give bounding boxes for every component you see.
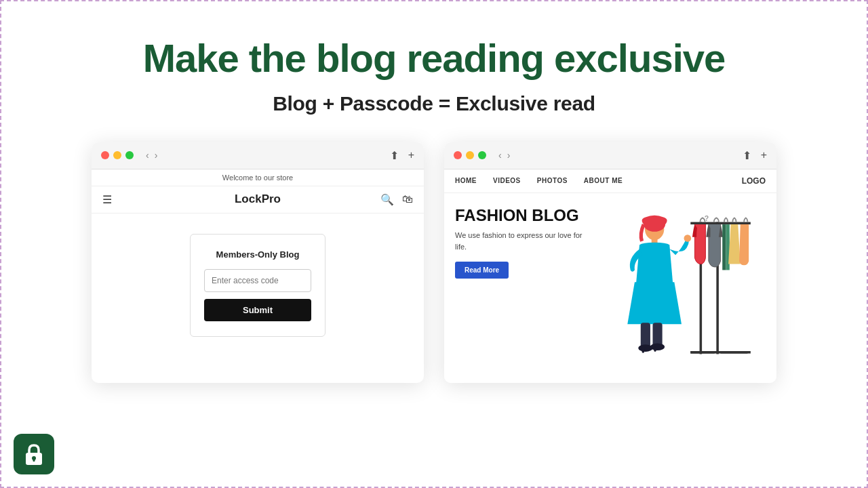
right-tl-red [454,151,462,159]
svg-rect-9 [654,347,656,352]
nav-videos[interactable]: VIDEOS [493,177,521,184]
left-tl-yellow [113,151,121,159]
svg-rect-19 [33,458,35,462]
left-forward-arrow[interactable]: › [153,150,159,161]
svg-rect-4 [641,323,650,346]
left-browser-toolbar: ‹ › ⬆ + [92,142,424,169]
main-title: Make the blog reading exclusive [1,37,867,80]
left-browser-window: ‹ › ⬆ + Welcome to our store ☰ LockPro 🔍… [92,142,424,383]
right-browser-content: HOME VIDEOS PHOTOS ABOUT ME LOGO FASHION… [444,169,776,383]
left-back-arrow[interactable]: ‹ [144,150,151,161]
svg-rect-8 [642,348,645,352]
menu-icon[interactable]: ☰ [102,193,112,206]
nav-photos[interactable]: PHOTOS [537,177,568,184]
shop-nav-right: 🔍 🛍 [380,193,413,206]
nav-home[interactable]: HOME [455,177,477,184]
svg-text:?: ? [705,214,709,222]
svg-point-7 [650,343,665,350]
right-tl-yellow [466,151,474,159]
left-share-icon[interactable]: ⬆ [390,149,399,162]
cart-icon[interactable]: 🛍 [402,193,413,205]
svg-rect-14 [690,351,714,354]
right-toolbar-icons: ⬆ + [743,149,767,162]
members-content: Members-Only Blog Submit [92,214,424,357]
fashion-text-col: FASHION BLOG We use fashion to express o… [455,207,591,279]
header-section: Make the blog reading exclusive Blog + P… [1,1,867,136]
right-traffic-lights [454,151,486,159]
lock-icon-svg [22,442,46,466]
right-forward-arrow[interactable]: › [506,150,512,161]
svg-point-3 [684,235,692,242]
left-toolbar-icons: ⬆ + [390,149,414,162]
shop-logo: LockPro [235,192,281,206]
members-card-title: Members-Only Blog [204,249,311,260]
left-tl-green [125,151,134,159]
fashion-content: FASHION BLOG We use fashion to express o… [444,193,776,383]
right-browser-toolbar: ‹ › ⬆ + [444,142,776,169]
store-announcement: Welcome to our store [92,169,424,186]
right-share-icon[interactable]: ⬆ [743,149,751,162]
svg-rect-15 [721,351,748,354]
right-back-arrow[interactable]: ‹ [497,150,503,161]
fashion-nav-logo: LOGO [742,176,766,186]
fashion-blog-title: FASHION BLOG [455,207,591,224]
left-nav-arrows: ‹ › [144,150,159,161]
search-icon[interactable]: 🔍 [380,193,394,206]
access-code-input[interactable] [204,269,311,292]
subtitle: Blog + Passcode = Exclusive read [1,92,867,115]
left-add-icon[interactable]: + [408,149,414,161]
read-more-button[interactable]: Read More [455,262,509,279]
svg-point-6 [638,344,652,352]
app-logo-corner [14,434,54,474]
members-card: Members-Only Blog Submit [190,234,326,337]
left-traffic-lights [101,151,134,159]
left-browser-content: Welcome to our store ☰ LockPro 🔍 🛍 Membe… [92,169,424,357]
right-nav-arrows: ‹ › [497,150,511,161]
fashion-blog-description: We use fashion to express our love for l… [455,230,591,252]
left-tl-red [101,151,109,159]
right-browser-window: ‹ › ⬆ + HOME VIDEOS PHOTOS ABOUT ME LOGO… [444,142,776,383]
right-tl-green [478,151,486,159]
fashion-nav: HOME VIDEOS PHOTOS ABOUT ME LOGO [444,169,776,193]
right-add-icon[interactable]: + [761,149,767,161]
shop-nav-wrapper: ☰ LockPro 🔍 🛍 [92,186,424,214]
mockups-container: ‹ › ⬆ + Welcome to our store ☰ LockPro 🔍… [1,142,867,383]
submit-button[interactable]: Submit [204,299,311,321]
fashion-illustration: ? [597,207,766,369]
fashion-illustration-svg: ? [597,207,766,369]
svg-rect-11 [690,222,751,224]
nav-about-me[interactable]: ABOUT ME [584,177,623,184]
